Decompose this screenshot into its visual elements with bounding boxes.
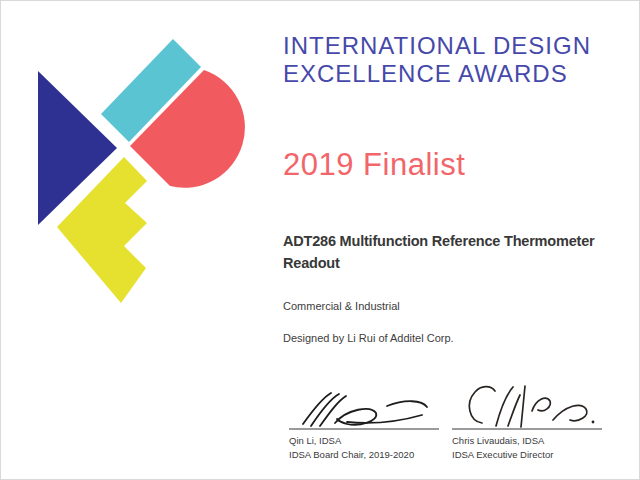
signer-name-left: Qin Li, IDSA (289, 435, 445, 448)
signature-block-board-chair: Qin Li, IDSA IDSA Board Chair, 2019-2020 (289, 392, 445, 461)
signature-line-left (289, 428, 439, 430)
signature-qin-li (289, 392, 445, 428)
idea-logo (1, 1, 261, 331)
signer-title-left: IDSA Board Chair, 2019-2020 (289, 449, 445, 462)
product-name-line1: ADT286 Multifunction Reference Thermomet… (283, 230, 594, 252)
awards-title: INTERNATIONAL DESIGN EXCELLENCE AWARDS (283, 32, 591, 88)
awards-title-line2: EXCELLENCE AWARDS (283, 60, 591, 88)
product-name-line2: Readout (283, 252, 594, 274)
signer-title-right: IDSA Executive Director (452, 449, 608, 462)
product-name: ADT286 Multifunction Reference Thermomet… (283, 230, 594, 274)
awards-title-line1: INTERNATIONAL DESIGN (283, 32, 591, 60)
signer-name-right: Chris Livaudais, IDSA (452, 435, 608, 448)
signature-line-right (452, 428, 602, 430)
designer-credit: Designed by Li Rui of Additel Corp. (283, 331, 454, 345)
signature-block-executive-director: Chris Livaudais, IDSA IDSA Executive Dir… (452, 385, 608, 461)
award-status: 2019 Finalist (283, 147, 465, 183)
award-category: Commercial & Industrial (283, 299, 400, 313)
certificate-page: INTERNATIONAL DESIGN EXCELLENCE AWARDS 2… (0, 0, 640, 480)
signature-chris-livaudais (452, 385, 608, 428)
